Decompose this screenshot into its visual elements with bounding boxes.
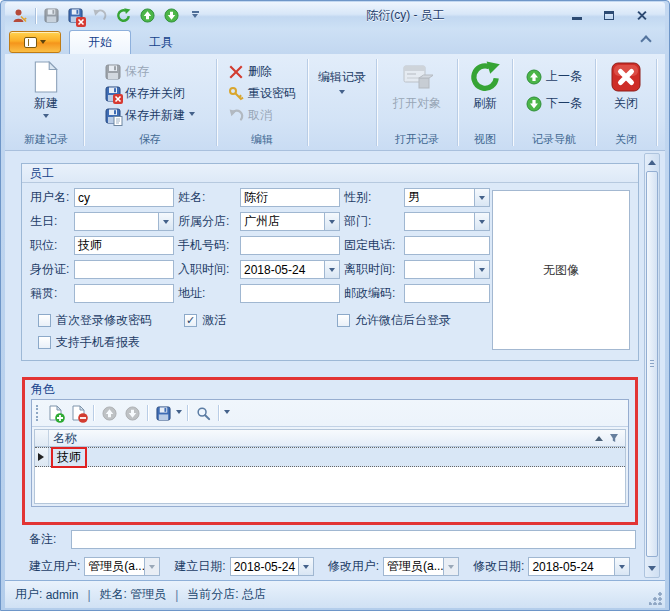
open-object-button[interactable]: 打开对象: [387, 59, 447, 114]
mobile-field[interactable]: [240, 236, 340, 255]
postcode-field[interactable]: [404, 284, 490, 303]
birthday-label: 生日:: [30, 213, 74, 230]
save-and-close-button[interactable]: 保存并关闭: [101, 84, 199, 103]
prev-record-icon[interactable]: [138, 7, 156, 25]
chevron-down-icon[interactable]: [614, 558, 629, 575]
title-bar: 陈衍(cy) - 员工: [5, 2, 665, 29]
status-bar: 用户: admin | 姓名: 管理员 | 当前分店: 总店: [5, 580, 665, 608]
photo-placeholder[interactable]: 无图像: [492, 190, 630, 350]
created-by-combo[interactable]: 管理员(a...: [84, 557, 160, 576]
active-checkbox[interactable]: ✓ 激活: [184, 312, 226, 329]
ribbon-group-view: 刷新 视图: [460, 57, 510, 148]
toolbar-grip[interactable]: [36, 405, 39, 421]
form-client-area: 员工 用户名: cy 姓名: 陈衍 性别: 男 生日: 所属分店: 广州店 部门…: [5, 151, 665, 580]
save-close-icon[interactable]: [66, 7, 84, 25]
first-login-change-password-checkbox[interactable]: 首次登录修改密码: [38, 312, 152, 329]
allow-wechat-login-checkbox[interactable]: 允许微信后台登录: [337, 312, 451, 329]
edit-record-button[interactable]: 编辑记录: [314, 59, 370, 97]
name-field[interactable]: 陈衍: [240, 188, 340, 207]
move-down-button[interactable]: [122, 403, 142, 423]
chevron-down-icon[interactable]: [324, 261, 339, 278]
chevron-down-icon[interactable]: [324, 213, 339, 230]
row-indicator-header: [35, 430, 49, 446]
branch-combo[interactable]: 广州店: [240, 212, 340, 231]
add-row-button[interactable]: [45, 403, 65, 423]
ribbon-collapse-icon[interactable]: [641, 35, 651, 43]
department-combo[interactable]: [404, 212, 490, 231]
address-field[interactable]: [240, 284, 340, 303]
cancel-button[interactable]: 取消: [224, 106, 300, 125]
close-window-button[interactable]: 关闭: [604, 59, 648, 114]
roles-toolbar: [32, 400, 628, 427]
memo-field[interactable]: [71, 530, 636, 549]
status-branch-label: 当前分店:: [187, 586, 238, 603]
scroll-down-icon[interactable]: [645, 561, 659, 577]
filter-icon[interactable]: [609, 433, 619, 443]
birthday-combo[interactable]: [74, 212, 174, 231]
application-menu-button[interactable]: [9, 31, 61, 53]
chevron-down-icon[interactable]: [474, 189, 489, 206]
roles-grid-row[interactable]: 技师: [35, 447, 625, 467]
group-divider: [595, 59, 596, 146]
minimize-icon: [572, 17, 582, 20]
gender-combo[interactable]: 男: [404, 188, 490, 207]
next-record-button[interactable]: 下一条: [522, 94, 586, 113]
next-record-icon[interactable]: [162, 7, 180, 25]
position-field[interactable]: 技师: [74, 236, 174, 255]
group-label-save: 保存: [86, 132, 214, 148]
app-user-icon[interactable]: [11, 7, 29, 25]
checkbox-checked-icon[interactable]: ✓: [184, 314, 197, 327]
refresh-button[interactable]: 刷新: [463, 59, 507, 114]
delete-button[interactable]: 删除: [224, 62, 300, 81]
ribbon-tab-row: 开始 工具: [5, 29, 665, 54]
resize-grip[interactable]: [649, 592, 662, 605]
refresh-icon[interactable]: [114, 7, 132, 25]
username-field[interactable]: cy: [74, 188, 174, 207]
toolbar-overflow-icon[interactable]: [224, 410, 230, 417]
ribbon-group-open-record: 打开对象 打开记录: [379, 57, 455, 148]
undo-icon[interactable]: [90, 7, 108, 25]
scroll-up-icon[interactable]: [645, 154, 659, 170]
save-icon[interactable]: [42, 7, 60, 25]
reset-password-button[interactable]: 重设密码: [224, 84, 300, 103]
qat-overflow-icon[interactable]: [186, 7, 204, 25]
checkbox-icon[interactable]: [38, 336, 51, 349]
remove-row-button[interactable]: [68, 403, 88, 423]
previous-record-button[interactable]: 上一条: [522, 67, 586, 86]
chevron-down-icon[interactable]: [474, 213, 489, 230]
hire-date-combo[interactable]: 2018-05-24: [240, 260, 340, 279]
export-button[interactable]: [153, 403, 173, 423]
new-button[interactable]: 新建: [24, 59, 68, 123]
save-button[interactable]: 保存: [101, 62, 199, 81]
role-name-cell[interactable]: 技师: [49, 448, 625, 466]
modified-date-combo[interactable]: 2018-05-24: [528, 557, 630, 576]
chevron-down-icon[interactable]: [158, 213, 173, 230]
chevron-down-icon[interactable]: [298, 558, 313, 575]
status-divider: |: [175, 588, 178, 602]
checkbox-icon[interactable]: [38, 314, 51, 327]
created-date-combo[interactable]: 2018-05-24: [230, 557, 314, 576]
save-and-new-button[interactable]: 保存并新建: [101, 106, 199, 125]
chevron-down-icon[interactable]: [474, 261, 489, 278]
column-header-name[interactable]: 名称: [49, 430, 625, 446]
leave-date-combo[interactable]: [404, 260, 490, 279]
vertical-scrollbar[interactable]: [644, 153, 660, 578]
move-up-button[interactable]: [99, 403, 119, 423]
plus-badge-icon: [55, 413, 65, 423]
roles-panel: 名称 技师: [31, 399, 629, 507]
qat-divider: [35, 8, 36, 24]
mobile-report-checkbox[interactable]: 支持手机看报表: [38, 334, 140, 351]
chevron-down-icon[interactable]: [176, 410, 182, 417]
tab-start[interactable]: 开始: [69, 30, 131, 54]
checkbox-icon[interactable]: [337, 314, 350, 327]
maximize-button[interactable]: [599, 8, 619, 24]
minimize-button[interactable]: [567, 8, 587, 24]
id-card-field[interactable]: [74, 260, 174, 279]
phone-field[interactable]: [404, 236, 490, 255]
modified-by-combo[interactable]: 管理员(a...: [383, 557, 459, 576]
native-place-field[interactable]: [74, 284, 174, 303]
search-button[interactable]: [193, 403, 213, 423]
tab-tools[interactable]: 工具: [131, 31, 191, 53]
scrollbar-thumb[interactable]: [646, 171, 658, 557]
close-button[interactable]: [631, 8, 651, 24]
